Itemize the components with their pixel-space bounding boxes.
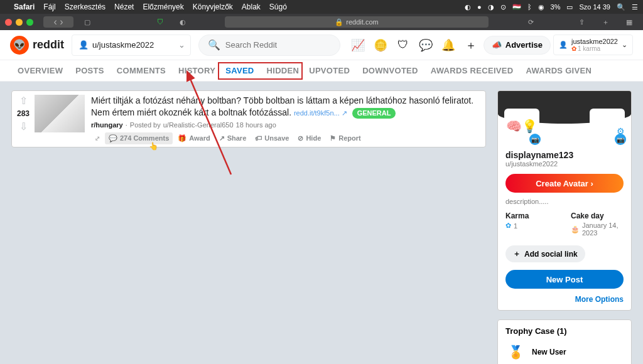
karma-header: Karma bbox=[505, 211, 558, 220]
tab-hidden[interactable]: HIDDEN bbox=[261, 63, 302, 78]
post-card[interactable]: ⇧ 283 ⇩ Miért tiltják a fotózást néhány … bbox=[11, 90, 486, 147]
post-meta: r/hungary · Posted by u/Realistic-Genera… bbox=[91, 121, 479, 129]
search-icon: 🔍 bbox=[208, 39, 220, 51]
snoo-icon: 👽 bbox=[10, 36, 29, 55]
advertise-label: Advertise bbox=[505, 40, 543, 50]
search-input[interactable] bbox=[225, 40, 331, 50]
tab-posts[interactable]: POSTS bbox=[69, 60, 111, 81]
advertise-button[interactable]: 📣 Advertise bbox=[484, 36, 551, 55]
tab-awards-received[interactable]: AWARDS RECEIVED bbox=[424, 60, 520, 81]
avatar-icon: 👤 bbox=[559, 41, 568, 49]
more-options-link[interactable]: More Options bbox=[505, 295, 624, 304]
trophy-badge-icon: 🏅 bbox=[505, 342, 526, 362]
menu-help[interactable]: Súgó bbox=[269, 3, 287, 11]
tab-saved[interactable]: SAVED bbox=[219, 63, 260, 78]
comments-button[interactable]: 💬 274 Comments bbox=[105, 132, 173, 144]
avatar[interactable]: 📷 bbox=[504, 109, 539, 144]
post-subreddit[interactable]: r/hungary bbox=[91, 121, 123, 129]
downvote-icon[interactable]: ⇩ bbox=[19, 120, 28, 132]
report-button[interactable]: ⚑ Report bbox=[326, 132, 364, 144]
sidebar-toggle-icon[interactable]: ▢ bbox=[78, 16, 96, 28]
menu-file[interactable]: Fájl bbox=[43, 3, 55, 11]
search-bar[interactable]: 🔍 bbox=[198, 35, 340, 56]
menu-bookmarks[interactable]: Könyvjelzők bbox=[193, 3, 233, 11]
megaphone-icon: 📣 bbox=[492, 40, 502, 50]
profile-card: 📷 📷 ⚙ displayname123 u/justaskme2022 Cre… bbox=[497, 90, 632, 311]
wifi-icon: ◉ bbox=[538, 3, 544, 11]
post-actions: ⤢ 💬 274 Comments 🎁 Award ↗ Share 🏷 Unsav… bbox=[91, 132, 479, 144]
cakeday-header: Cake day bbox=[571, 211, 624, 220]
url-bar[interactable]: 🔒 reddit.com bbox=[225, 16, 489, 28]
cake-icon: 🎂 bbox=[571, 225, 580, 233]
battery-icon: ▭ bbox=[566, 3, 573, 11]
tab-overview[interactable]: OVERVIEW bbox=[11, 60, 69, 81]
share-button[interactable]: ↗ Share bbox=[215, 132, 251, 144]
profile-handle: u/justaskme2022 bbox=[505, 160, 624, 168]
community-dropdown[interactable]: 👤 u/justaskme2022 ⌄ bbox=[72, 35, 191, 56]
control-center-icon[interactable]: ☰ bbox=[632, 3, 638, 11]
post-flair[interactable]: GENERAL bbox=[352, 108, 396, 119]
new-post-button[interactable]: New Post bbox=[505, 270, 624, 289]
clock: Szo 14 39 bbox=[579, 3, 610, 11]
profile-description: description..... bbox=[505, 198, 624, 205]
create-post-icon[interactable]: ＋ bbox=[461, 35, 481, 55]
karma-label: 1 karma bbox=[578, 45, 600, 52]
add-social-button[interactable]: ＋ Add social link bbox=[505, 245, 585, 262]
tabs-overview-icon[interactable]: ▦ bbox=[620, 16, 638, 28]
tab-comments[interactable]: COMMENTS bbox=[111, 60, 172, 81]
menu-history[interactable]: Előzmények bbox=[143, 3, 183, 11]
coin-icon[interactable]: 🪙 bbox=[370, 35, 391, 55]
tab-downvoted[interactable]: DOWNVOTED bbox=[356, 60, 424, 81]
share-icon[interactable]: ⇪ bbox=[573, 16, 590, 28]
reload-icon[interactable]: ⟳ bbox=[522, 16, 539, 28]
tab-upvoted[interactable]: UPVOTED bbox=[303, 60, 356, 81]
battery-value: 3% bbox=[551, 3, 561, 11]
user-menu[interactable]: 👤 justaskme2022 ✿1 karma ⌄ bbox=[553, 35, 633, 55]
popular-icon[interactable]: 📈 bbox=[348, 35, 368, 55]
chevron-down-icon: ⌄ bbox=[622, 41, 627, 49]
award-button[interactable]: 🎁 Award bbox=[174, 132, 213, 144]
collapse-icon[interactable]: ⤢ bbox=[91, 135, 104, 142]
post-title-text: Miért tiltják a fotózást néhány boltban?… bbox=[91, 95, 473, 117]
bluetooth-icon: ᛒ bbox=[527, 3, 532, 11]
status-icon: ◑ bbox=[488, 3, 494, 11]
reddit-logo[interactable]: 👽 reddit bbox=[10, 36, 64, 55]
menu-view[interactable]: Nézet bbox=[114, 3, 134, 11]
moderation-icon[interactable]: 🛡 bbox=[393, 35, 413, 55]
window-controls[interactable] bbox=[5, 19, 33, 26]
post-author[interactable]: u/Realistic-General650 bbox=[163, 121, 234, 129]
create-avatar-button[interactable]: Create Avatar › bbox=[505, 174, 624, 193]
user-silhouette-icon: 👤 bbox=[78, 40, 89, 50]
menu-edit[interactable]: Szerkesztés bbox=[65, 3, 105, 11]
post-score: 283 bbox=[17, 109, 30, 118]
notifications-icon[interactable]: 🔔 bbox=[438, 35, 458, 55]
gear-icon[interactable]: ⚙ bbox=[617, 126, 625, 136]
new-tab-icon[interactable]: ＋ bbox=[597, 16, 614, 28]
hide-button[interactable]: ⊘ Hide bbox=[294, 132, 325, 144]
post-thumbnail[interactable] bbox=[35, 95, 85, 132]
profile-tabs: OVERVIEW POSTS COMMENTS HISTORY SAVED HI… bbox=[0, 60, 643, 82]
community-label: u/justaskme2022 bbox=[92, 40, 154, 50]
privacy-report-icon[interactable]: ⛉ bbox=[151, 16, 169, 28]
app-name[interactable]: Safari bbox=[14, 3, 35, 11]
reader-icon[interactable]: ◐ bbox=[174, 16, 192, 28]
post-title[interactable]: Miért tiltják a fotózást néhány boltban?… bbox=[91, 95, 479, 119]
post-shortlink[interactable]: redd.it/t9kf5n... ↗ bbox=[294, 109, 347, 117]
status-icon: ● bbox=[477, 3, 482, 11]
upvote-icon[interactable]: ⇧ bbox=[19, 95, 28, 107]
profile-sidebar: 📷 📷 ⚙ displayname123 u/justaskme2022 Cre… bbox=[497, 90, 632, 364]
menu-window[interactable]: Ablak bbox=[242, 3, 261, 11]
chevron-down-icon: ⌄ bbox=[178, 40, 185, 50]
status-icon: ◐ bbox=[465, 3, 471, 11]
tab-history[interactable]: HISTORY bbox=[172, 60, 218, 81]
nav-back-forward[interactable]: ‹ › bbox=[43, 16, 73, 28]
reddit-header: 👽 reddit 👤 u/justaskme2022 ⌄ 🔍 📈 🪙 🛡 💬 🔔… bbox=[0, 30, 643, 60]
chat-icon[interactable]: 💬 bbox=[416, 35, 436, 55]
vote-column: ⇧ 283 ⇩ bbox=[12, 91, 35, 147]
tab-awards-given[interactable]: AWARDS GIVEN bbox=[519, 60, 598, 81]
trophy-card: Trophy Case (1) 🏅 New User bbox=[497, 319, 632, 364]
unsave-button[interactable]: 🏷 Unsave bbox=[251, 132, 293, 144]
spotlight-icon[interactable]: 🔍 bbox=[617, 3, 625, 11]
macos-menubar: Safari Fájl Szerkesztés Nézet Előzmények… bbox=[0, 0, 643, 14]
camera-icon[interactable]: 📷 bbox=[529, 134, 541, 145]
